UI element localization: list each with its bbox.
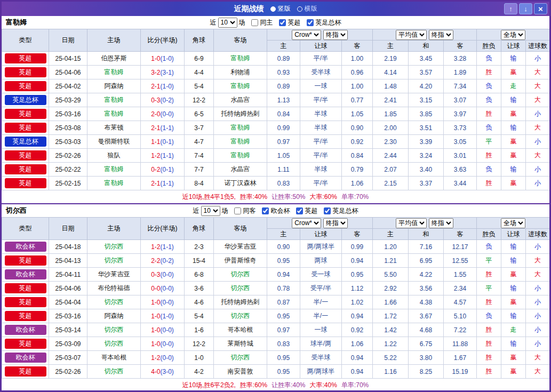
halftime-score: (0-0) xyxy=(161,340,174,348)
fulltime-score: 0-2 xyxy=(151,166,160,173)
avg-odds-cell: 1.89 xyxy=(444,66,477,79)
avg-odds-cell: 3.63 xyxy=(444,163,477,177)
handicap-result-cell: 输 xyxy=(501,337,526,351)
league-filter-checkbox[interactable] xyxy=(324,207,331,214)
col-crown-home: 主 xyxy=(267,41,300,52)
crown-odds-cell: 0.95 xyxy=(342,268,373,282)
filter-games-label: 场 xyxy=(222,206,228,215)
away-team-cell: 富勒姆 xyxy=(214,79,267,93)
col-avg-home: 主 xyxy=(373,41,409,52)
crown-odds-group: Crow* 终指 xyxy=(267,29,373,41)
score-cell: 4-0(3-0) xyxy=(141,365,185,379)
avg-odds-cell: 12.17 xyxy=(444,240,477,254)
goals-result-cell: 小 xyxy=(526,240,550,254)
col-avg-home: 主 xyxy=(373,229,409,240)
crown-odds-cell: 0.93 xyxy=(267,66,300,79)
result-cell: 平 xyxy=(477,254,501,268)
league-type-cell: 英超 xyxy=(2,295,49,309)
avg-stage-select[interactable]: 终指 xyxy=(429,218,453,228)
league-filter-checkbox[interactable] xyxy=(279,19,286,26)
same-venue-checkbox[interactable] xyxy=(251,19,258,26)
away-team-cell: 哥本哈根 xyxy=(214,323,267,337)
result-cell: 胜 xyxy=(477,268,501,282)
col-type: 类型 xyxy=(2,29,49,52)
avg-stage-select[interactable]: 终指 xyxy=(429,30,453,40)
goals-result-cell: 小 xyxy=(526,163,550,177)
scroll-up-button[interactable]: ↑ xyxy=(504,3,517,14)
avg-odds-cell: 3.97 xyxy=(444,107,477,121)
goals-result-cell: 大 xyxy=(526,93,550,107)
bookmaker-select[interactable]: Crow* xyxy=(292,218,321,228)
layout-option-vertical[interactable]: 竖版 xyxy=(270,4,291,13)
crown-stage-select[interactable]: 终指 xyxy=(323,30,348,40)
result-group: 全场 xyxy=(477,218,550,229)
avg-odds-cell: 5.10 xyxy=(444,309,477,323)
halftime-score: (0-0) xyxy=(161,354,174,362)
date-cell: 25-04-15 xyxy=(49,52,87,66)
summary-segment: 让胜率:50% xyxy=(271,193,305,202)
team-header-row: 切尔西 近10场同客欧会杯英超英足总杯 xyxy=(2,204,549,217)
league-filter-checkbox[interactable] xyxy=(307,19,314,26)
handicap-result-cell: 赢 xyxy=(501,107,526,121)
bookmaker-select[interactable]: Crow* xyxy=(292,30,321,40)
layout-option-horizontal[interactable]: 横版 xyxy=(297,4,317,13)
handicap-result-cell: 输 xyxy=(501,254,526,268)
match-row: 英超25-02-26狼队1-2(1-1)7-4富勒姆1.05平/半0.842.4… xyxy=(2,149,550,163)
same-venue-checkbox[interactable] xyxy=(234,207,241,214)
corners-cell: 15-4 xyxy=(185,254,214,268)
crown-odds-cell: 0.94 xyxy=(342,365,373,379)
handicap-result-cell: 输 xyxy=(501,121,526,135)
radio-label: 横版 xyxy=(305,4,317,13)
league-type-cell: 英足总杯 xyxy=(2,135,49,149)
period-select[interactable]: 全场 xyxy=(501,218,525,228)
avg-select[interactable]: 平均值 xyxy=(396,218,427,228)
crown-odds-cell: 一球 xyxy=(300,323,342,337)
away-team-cell: 富勒姆 xyxy=(214,135,267,149)
crown-odds-cell: 0.95 xyxy=(267,254,300,268)
match-row: 英超25-04-02阿森纳2-1(1-0)5-4富勒姆0.89一球1.001.4… xyxy=(2,79,550,93)
summary-segment: 胜率:60% xyxy=(240,381,267,390)
result-cell: 平 xyxy=(477,282,501,295)
league-filter-label: 英超 xyxy=(305,206,318,215)
col-home: 主场 xyxy=(87,218,141,240)
avg-select[interactable]: 平均值 xyxy=(396,30,427,40)
league-filter-label: 英足总杯 xyxy=(333,206,358,215)
handicap-result-cell: 输 xyxy=(501,240,526,254)
league-badge: 英超 xyxy=(5,339,46,349)
crown-odds-cell: 0.89 xyxy=(267,79,300,93)
scroll-down-button[interactable]: ↓ xyxy=(519,3,532,14)
recent-count-select[interactable]: 10 xyxy=(201,206,220,216)
crown-stage-select[interactable]: 终指 xyxy=(323,218,348,228)
corners-cell: 4-4 xyxy=(185,66,214,79)
crown-odds-cell: 0.94 xyxy=(267,268,300,282)
same-venue-label: 同客 xyxy=(243,206,256,215)
score-cell: 1-0(0-0) xyxy=(141,295,185,309)
date-cell: 25-03-14 xyxy=(49,323,87,337)
avg-odds-cell: 3.44 xyxy=(444,177,477,190)
summary-segment: 大率:40% xyxy=(310,381,337,390)
avg-odds-cell: 5.50 xyxy=(373,268,409,282)
fulltime-score: 1-2 xyxy=(151,354,160,362)
radio-icon xyxy=(270,6,276,12)
league-filter-checkbox[interactable] xyxy=(296,207,303,214)
col-away: 客场 xyxy=(214,29,267,52)
home-team-cell: 阿森纳 xyxy=(87,309,141,323)
score-cell: 3-2(3-1) xyxy=(141,66,185,79)
avg-odds-cell: 4.14 xyxy=(373,66,409,79)
avg-odds-cell: 1.20 xyxy=(373,240,409,254)
period-select[interactable]: 全场 xyxy=(501,30,525,40)
recent-count-select[interactable]: 10 xyxy=(218,18,237,28)
titlebar: 近期战绩 竖版 横版 ↑ ↓ × xyxy=(2,2,549,16)
match-row: 欧会杯25-04-11华沙莱吉亚0-3(0-0)6-8切尔西0.94受一球0.9… xyxy=(2,268,550,282)
handicap-result-cell: 走 xyxy=(501,323,526,337)
halftime-score: (0-2) xyxy=(161,97,174,104)
home-team-cell: 富勒姆 xyxy=(87,163,141,177)
close-button[interactable]: × xyxy=(534,3,547,14)
league-filter-checkbox[interactable] xyxy=(262,207,269,214)
league-badge: 英超 xyxy=(5,150,46,161)
crown-odds-cell: 半球 xyxy=(300,121,342,135)
goals-result-cell: 大 xyxy=(526,365,550,379)
date-cell: 25-04-18 xyxy=(49,240,87,254)
match-row: 英足总杯25-03-29富勒姆0-3(0-2)12-2水晶宫1.13平/半0.7… xyxy=(2,93,550,107)
team-name: 富勒姆 xyxy=(6,18,27,27)
